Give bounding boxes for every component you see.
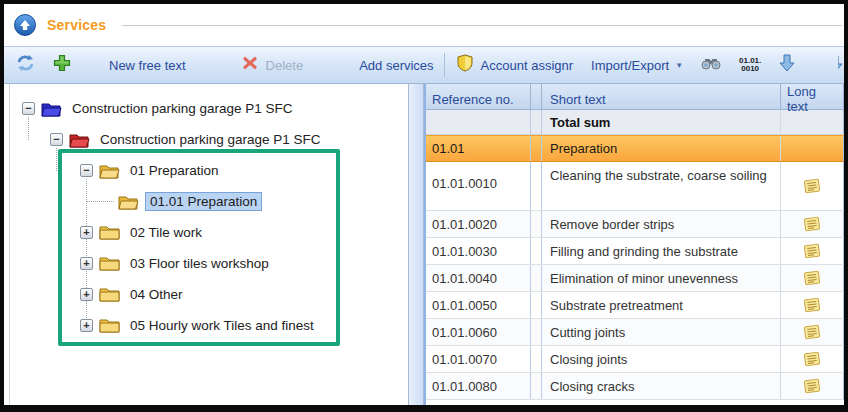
reference-cell: 01.01.0050 bbox=[426, 292, 530, 318]
tree-item-04-other[interactable]: + 04 Other bbox=[10, 279, 408, 310]
short-text-cell: Cleaning the substrate, coarse soiling bbox=[542, 162, 780, 210]
table-row[interactable]: 01.01.0070 Closing joints bbox=[426, 346, 844, 373]
add-icon[interactable] bbox=[53, 54, 71, 76]
account-shield-icon bbox=[457, 54, 473, 76]
table-row[interactable]: 01.01.0030 Filling and grinding the subs… bbox=[426, 238, 844, 265]
short-text-cell: Closing cracks bbox=[542, 373, 780, 399]
move-down-arrow-icon[interactable] bbox=[779, 54, 795, 76]
table-row[interactable]: 01.01.0060 Cutting joints bbox=[426, 319, 844, 346]
tree-item-label-selected: 01.01 Preparation bbox=[145, 192, 262, 211]
delete-x-icon[interactable] bbox=[242, 55, 258, 75]
tree-item-label: 03 Floor tiles workshop bbox=[126, 255, 273, 272]
note-icon[interactable] bbox=[803, 216, 822, 232]
reference-cell: 01.01 bbox=[426, 136, 530, 161]
tree-item-label: 05 Hourly work Tiles and finest bbox=[126, 317, 318, 334]
long-text-cell bbox=[780, 162, 844, 210]
long-text-cell bbox=[780, 373, 844, 399]
tree-item-label: 02 Tile work bbox=[126, 224, 206, 241]
column-splitter bbox=[530, 319, 542, 345]
main-area: − Construction parking garage P1 SFC − C… bbox=[4, 84, 844, 405]
up-arrow-circle-icon[interactable] bbox=[14, 14, 36, 36]
expand-icon[interactable]: + bbox=[80, 319, 93, 332]
title-divider bbox=[122, 25, 842, 26]
column-splitter bbox=[530, 211, 542, 237]
delete-button[interactable]: Delete bbox=[266, 58, 304, 73]
title-bar: Services bbox=[4, 4, 844, 46]
import-export-button[interactable]: Import/Export bbox=[591, 58, 669, 73]
column-splitter bbox=[530, 238, 542, 264]
reference-cell: 01.01.0020 bbox=[426, 211, 530, 237]
tree-item-project-root[interactable]: − Construction parking garage P1 SFC bbox=[10, 93, 408, 124]
folder-closed-yellow-icon bbox=[99, 256, 120, 271]
note-icon[interactable] bbox=[803, 297, 822, 313]
reference-cell: 01.01.0060 bbox=[426, 319, 530, 345]
folder-closed-yellow-icon bbox=[99, 287, 120, 302]
note-icon[interactable] bbox=[803, 178, 822, 194]
long-text-cell bbox=[780, 136, 844, 161]
column-splitter bbox=[530, 136, 542, 161]
reference-cell: 01.01.0080 bbox=[426, 373, 530, 399]
tree-item-05-hourly-work[interactable]: + 05 Hourly work Tiles and finest bbox=[10, 310, 408, 341]
short-text-cell: Filling and grinding the substrate bbox=[542, 238, 780, 264]
range-badge[interactable]: 01.01. 0010 bbox=[739, 57, 761, 73]
toolbar: New free text Delete Add services Accoun… bbox=[4, 46, 844, 84]
binoculars-icon[interactable] bbox=[701, 56, 721, 74]
long-text-cell bbox=[780, 346, 844, 372]
table-row[interactable]: 01.01.0080 Closing cracks bbox=[426, 373, 844, 400]
collapse-icon[interactable]: − bbox=[50, 133, 63, 146]
note-icon[interactable] bbox=[803, 378, 822, 394]
new-free-text-button[interactable]: New free text bbox=[109, 58, 186, 73]
reference-cell: 01.01.0030 bbox=[426, 238, 530, 264]
tree-item-label: Construction parking garage P1 SFC bbox=[96, 131, 325, 148]
short-text-cell: Substrate pretreatment bbox=[542, 292, 780, 318]
tree-item-project-child[interactable]: − Construction parking garage P1 SFC bbox=[10, 124, 408, 155]
long-text-cell bbox=[780, 238, 844, 264]
table-row-total-sum[interactable]: Total sum bbox=[426, 110, 844, 135]
folder-open-blue-icon bbox=[41, 101, 62, 117]
table-row-selected[interactable]: 01.01 Preparation bbox=[426, 135, 844, 162]
table-header-row: Reference no. Short text Long text bbox=[426, 84, 844, 110]
short-text-cell: Cutting joints bbox=[542, 319, 780, 345]
table-row[interactable]: 01.01.0040 Elimination of minor unevenne… bbox=[426, 265, 844, 292]
page-title: Services bbox=[47, 17, 106, 33]
collapse-icon[interactable]: − bbox=[80, 164, 93, 177]
note-icon[interactable] bbox=[803, 243, 822, 259]
reference-cell bbox=[426, 110, 530, 134]
expand-icon[interactable]: + bbox=[80, 226, 93, 239]
dropdown-caret-icon[interactable]: ▼ bbox=[675, 61, 683, 70]
collapse-icon[interactable]: − bbox=[22, 102, 35, 115]
services-table-panel: Reference no. Short text Long text Total… bbox=[424, 84, 844, 405]
clipped-toolbar-icon bbox=[838, 55, 844, 75]
app-window: Services New free text bbox=[0, 0, 848, 412]
refresh-icon[interactable] bbox=[16, 54, 35, 76]
panel-splitter[interactable] bbox=[408, 84, 424, 405]
long-text-cell bbox=[780, 265, 844, 291]
column-splitter bbox=[530, 292, 542, 318]
long-text-cell bbox=[780, 110, 844, 134]
note-icon[interactable] bbox=[803, 324, 822, 340]
short-text-cell: Closing joints bbox=[542, 346, 780, 372]
reference-cell: 01.01.0040 bbox=[426, 265, 530, 291]
folder-open-yellow-icon bbox=[99, 163, 120, 179]
tree-item-label: 04 Other bbox=[126, 286, 187, 303]
toolbar-separator bbox=[444, 53, 445, 77]
expand-icon[interactable]: + bbox=[80, 257, 93, 270]
tree-item-0101-preparation[interactable]: 01.01 Preparation bbox=[10, 186, 408, 217]
tree-item-label: Construction parking garage P1 SFC bbox=[68, 100, 297, 117]
note-icon[interactable] bbox=[803, 270, 822, 286]
folder-closed-yellow-icon bbox=[99, 318, 120, 333]
table-row[interactable]: 01.01.0020 Remove border strips bbox=[426, 211, 844, 238]
tree-item-03-floor-tiles-workshop[interactable]: + 03 Floor tiles workshop bbox=[10, 248, 408, 279]
folder-closed-yellow-icon bbox=[99, 225, 120, 240]
tree-item-01-preparation[interactable]: − 01 Preparation bbox=[10, 155, 408, 186]
tree-item-02-tile-work[interactable]: + 02 Tile work bbox=[10, 217, 408, 248]
table-row[interactable]: 01.01.0050 Substrate pretreatment bbox=[426, 292, 844, 319]
column-splitter bbox=[530, 373, 542, 399]
add-services-button[interactable]: Add services bbox=[359, 58, 433, 73]
expand-icon[interactable]: + bbox=[80, 288, 93, 301]
table-row[interactable]: 01.01.0010 Cleaning the substrate, coars… bbox=[426, 162, 844, 211]
column-splitter bbox=[530, 110, 542, 134]
account-assignment-button[interactable]: Account assignr bbox=[481, 58, 574, 73]
note-icon[interactable] bbox=[803, 351, 822, 367]
reference-cell: 01.01.0010 bbox=[426, 162, 530, 210]
